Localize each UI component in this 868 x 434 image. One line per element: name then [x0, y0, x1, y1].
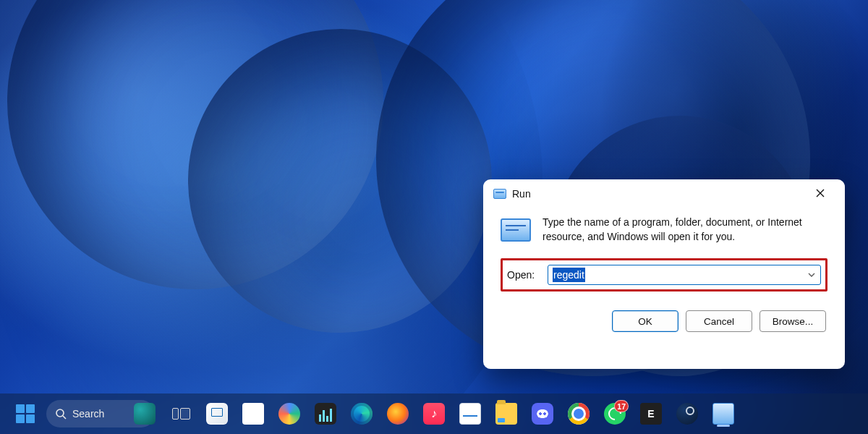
folder-icon: [495, 403, 517, 425]
open-combobox[interactable]: regedit: [548, 265, 821, 285]
taskbar-chrome[interactable]: [563, 399, 594, 429]
notepad-icon: [459, 403, 481, 425]
paint-icon: [206, 403, 228, 425]
taskbar-telescope-app[interactable]: [129, 399, 160, 429]
music-icon: [423, 403, 445, 425]
run-app-icon: [712, 403, 734, 425]
steam-icon: [676, 403, 698, 425]
chrome-icon: [568, 403, 590, 425]
taskbar-music[interactable]: [419, 399, 449, 429]
run-dialog-title: Run: [512, 188, 531, 200]
run-description: Type the name of a program, folder, docu…: [542, 216, 827, 244]
firefox-icon: [387, 403, 409, 425]
search-icon: [55, 408, 67, 420]
run-dialog: Run Type the name of a program, folder, …: [483, 179, 845, 369]
whatsapp-badge: 17: [614, 400, 629, 412]
taskbar-file-explorer[interactable]: [491, 399, 522, 429]
task-view-icon: [172, 408, 190, 420]
taskbar-discord[interactable]: [527, 399, 558, 429]
close-icon: [816, 187, 825, 200]
close-button[interactable]: [804, 182, 836, 205]
discord-icon: [532, 403, 553, 425]
open-label: Open:: [507, 269, 539, 281]
run-body-icon: [501, 218, 531, 242]
taskbar-steam[interactable]: [672, 399, 702, 429]
taskbar-notepad[interactable]: [455, 399, 485, 429]
svg-point-0: [56, 409, 64, 417]
taskbar-run-app[interactable]: [708, 399, 739, 429]
taskbar-task-view[interactable]: [166, 399, 196, 429]
microsoft-icon: [242, 403, 264, 425]
taskbar-edge[interactable]: [346, 399, 377, 429]
run-dialog-icon: [493, 189, 506, 199]
open-input-value: regedit: [553, 268, 585, 282]
taskbar-search-label: Search: [72, 408, 104, 420]
windows-logo-icon: [16, 404, 35, 423]
start-button[interactable]: [10, 399, 41, 429]
taskbar: Search 17: [0, 393, 868, 434]
taskbar-paint[interactable]: [202, 399, 232, 429]
cancel-button[interactable]: Cancel: [686, 310, 752, 332]
taskbar-equalizer-app[interactable]: [310, 399, 341, 429]
taskbar-copilot[interactable]: [274, 399, 305, 429]
browse-button[interactable]: Browse...: [760, 310, 826, 332]
telescope-icon: [134, 403, 156, 425]
taskbar-ms-store[interactable]: [238, 399, 268, 429]
taskbar-firefox[interactable]: [383, 399, 413, 429]
open-row-highlight: Open: regedit: [501, 258, 827, 292]
edge-icon: [351, 403, 373, 425]
chevron-down-icon[interactable]: [807, 271, 816, 279]
run-dialog-titlebar[interactable]: Run: [483, 179, 845, 208]
copilot-icon: [278, 403, 300, 425]
ok-button[interactable]: OK: [612, 310, 678, 332]
taskbar-whatsapp[interactable]: 17: [600, 399, 630, 429]
taskbar-epic-games[interactable]: [636, 399, 666, 429]
active-app-indicator: [717, 425, 730, 427]
epic-games-icon: [640, 403, 662, 425]
equalizer-icon: [315, 403, 336, 425]
